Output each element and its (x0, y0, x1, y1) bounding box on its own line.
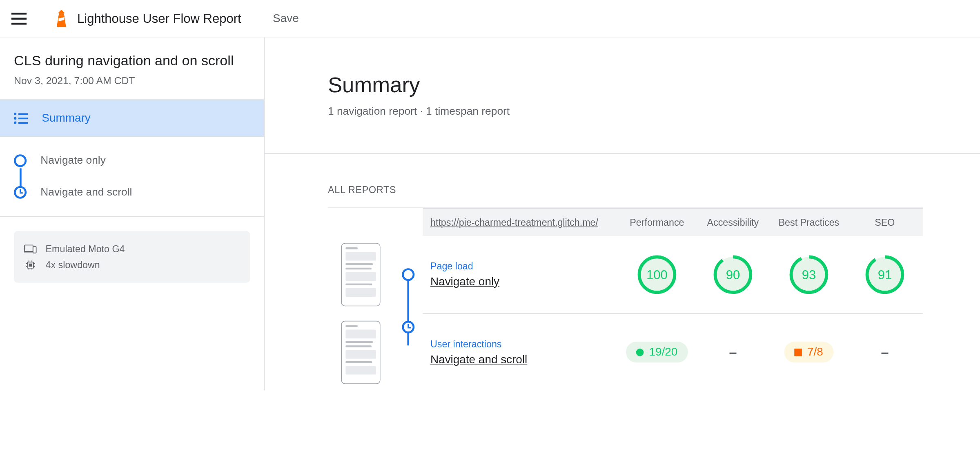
svg-rect-8 (24, 251, 33, 252)
report-row-navigate-and-scroll[interactable]: User interactions Navigate and scroll 19… (423, 313, 922, 390)
sidebar-summary-label: Summary (42, 111, 90, 125)
sidebar-step-label: Navigate only (40, 154, 106, 167)
screenshot-thumbnail (341, 243, 380, 306)
summary-title: Summary (328, 73, 980, 97)
svg-rect-11 (29, 263, 32, 266)
score-pill: 7/8 (784, 342, 833, 362)
meta-device: Emulated Moto G4 (24, 241, 240, 257)
svg-rect-2 (18, 113, 28, 115)
flow-date: Nov 3, 2021, 7:00 AM CDT (14, 75, 250, 87)
navigation-marker-icon (402, 268, 414, 281)
step-name-link[interactable]: Navigate only (430, 275, 619, 289)
sidebar-step-label: Navigate and scroll (40, 186, 132, 199)
svg-point-1 (14, 112, 16, 115)
meta-throttle: 4x slowdown (24, 257, 240, 273)
score-best-practices: 7/8 (771, 342, 847, 362)
column-best-practices: Best Practices (771, 217, 847, 228)
sidebar-step-navigate-only[interactable]: Navigate only (14, 151, 250, 171)
score-pill: 19/20 (626, 342, 688, 362)
hamburger-menu-icon[interactable] (11, 9, 29, 27)
main-content: Summary 1 navigation report · 1 timespan… (265, 37, 980, 390)
reports-url-link[interactable]: https://pie-charmed-treatment.glitch.me/ (423, 217, 619, 228)
sidebar-header: CLS during navigation and on scroll Nov … (0, 37, 264, 100)
devices-icon (24, 244, 37, 254)
step-type-label: Page load (430, 261, 619, 271)
sidebar-meta: Emulated Moto G4 4x (14, 231, 250, 283)
step-name-link[interactable]: Navigate and scroll (430, 353, 619, 366)
svg-point-3 (14, 117, 16, 119)
meta-throttle-label: 4x slowdown (46, 260, 100, 270)
score-seo: – (847, 344, 923, 360)
report-row-navigate-only[interactable]: Page load Navigate only 100 (328, 236, 923, 313)
pass-dot-icon (636, 348, 644, 356)
app-title: Lighthouse User Flow Report (77, 11, 241, 26)
topbar: Lighthouse User Flow Report Save ? Under… (0, 0, 980, 37)
score-performance: 100 (619, 255, 695, 294)
average-square-icon (795, 348, 802, 356)
save-button[interactable]: Save (273, 12, 299, 25)
summary-header: Summary 1 navigation report · 1 timespan… (265, 37, 980, 153)
column-performance: Performance (619, 217, 695, 228)
score-accessibility: – (695, 344, 771, 360)
reports-table: https://pie-charmed-treatment.glitch.me/… (328, 207, 923, 390)
column-accessibility: Accessibility (695, 217, 771, 228)
svg-point-5 (14, 121, 16, 124)
column-seo: SEO (847, 217, 923, 228)
svg-rect-9 (33, 246, 36, 253)
score-performance: 19/20 (619, 342, 695, 362)
sidebar-step-navigate-and-scroll[interactable]: Navigate and scroll (14, 182, 250, 202)
reports-section: ALL REPORTS https://pie-charmed-treatmen… (265, 154, 980, 391)
cpu-icon (24, 260, 37, 270)
sidebar-item-summary[interactable]: Summary (0, 100, 264, 137)
timespan-marker-icon (14, 186, 27, 199)
score-best-practices: 93 (771, 255, 847, 294)
list-icon (14, 112, 28, 124)
svg-rect-7 (24, 245, 33, 251)
flow-title: CLS during navigation and on scroll (14, 53, 250, 69)
not-applicable-dash: – (729, 344, 737, 360)
svg-rect-6 (18, 122, 28, 123)
not-applicable-dash: – (881, 344, 889, 360)
score-accessibility: 90 (695, 255, 771, 294)
sidebar: CLS during navigation and on scroll Nov … (0, 37, 265, 390)
timespan-marker-icon (402, 320, 414, 333)
score-seo: 91 (847, 255, 923, 294)
lighthouse-icon (54, 9, 68, 27)
svg-rect-4 (18, 118, 28, 119)
sidebar-steps: Navigate only Navigate and scroll (0, 137, 264, 217)
summary-subtitle: 1 navigation report · 1 timespan report (328, 105, 980, 118)
navigation-marker-icon (14, 154, 27, 167)
screenshot-thumbnail (341, 320, 380, 384)
all-reports-label: ALL REPORTS (328, 184, 980, 195)
svg-rect-0 (59, 13, 64, 16)
step-type-label: User interactions (430, 338, 619, 349)
reports-header-row: https://pie-charmed-treatment.glitch.me/… (423, 208, 922, 236)
meta-device-label: Emulated Moto G4 (46, 244, 125, 254)
